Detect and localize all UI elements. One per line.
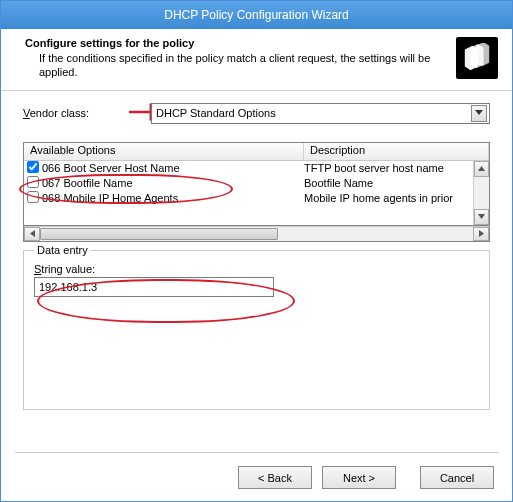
column-header-description[interactable]: Description	[304, 143, 489, 160]
scroll-thumb[interactable]	[40, 228, 278, 240]
scroll-up-button[interactable]	[474, 161, 489, 177]
option-desc: Bootfile Name	[304, 177, 489, 189]
option-name: 067 Bootfile Name	[42, 177, 304, 189]
column-header-options[interactable]: Available Options	[24, 143, 304, 160]
horizontal-scrollbar[interactable]	[23, 226, 490, 242]
header-section: Configure settings for the policy If the…	[1, 29, 512, 91]
chevron-down-icon	[475, 110, 483, 116]
scroll-right-button[interactable]	[473, 227, 489, 241]
scroll-down-button[interactable]	[474, 209, 489, 225]
divider	[15, 452, 498, 453]
options-table: Available Options Description 066 Boot S…	[23, 142, 490, 226]
table-row[interactable]: 066 Boot Server Host Name TFTP boot serv…	[24, 161, 489, 176]
string-value-input[interactable]	[34, 277, 274, 297]
table-row[interactable]: 068 Mobile IP Home Agents Mobile IP home…	[24, 191, 489, 206]
next-label: Next	[343, 472, 366, 484]
window-title: DHCP Policy Configuration Wizard	[1, 1, 512, 29]
chevron-up-icon	[478, 166, 485, 171]
wizard-buttons: < Back Next > Cancel	[238, 466, 494, 489]
header-heading: Configure settings for the policy	[25, 37, 448, 49]
chevron-left-icon	[30, 230, 35, 237]
next-button[interactable]: Next >	[322, 466, 396, 489]
string-value-label: String value:	[34, 263, 479, 275]
data-entry-legend: Data entry	[34, 244, 91, 256]
scroll-left-button[interactable]	[24, 227, 40, 241]
vendor-class-value: DHCP Standard Options	[156, 107, 471, 119]
option-checkbox[interactable]	[27, 176, 39, 188]
header-subtext: If the conditions specified in the polic…	[25, 51, 448, 80]
vendor-class-label: Vendor class:	[23, 107, 113, 119]
chevron-right-icon	[479, 230, 484, 237]
combo-dropdown-button[interactable]	[471, 105, 487, 122]
table-row[interactable]: 067 Bootfile Name Bootfile Name	[24, 176, 489, 191]
back-button[interactable]: < Back	[238, 466, 312, 489]
option-desc: TFTP boot server host name	[304, 162, 489, 174]
wizard-pages-icon	[456, 37, 498, 79]
wizard-window: DHCP Policy Configuration Wizard Configu…	[0, 0, 513, 502]
vendor-class-combo[interactable]: DHCP Standard Options	[151, 103, 490, 124]
back-label: Back	[268, 472, 292, 484]
option-name: 068 Mobile IP Home Agents	[42, 192, 304, 204]
data-entry-group: Data entry String value:	[23, 250, 490, 410]
option-desc: Mobile IP home agents in prior	[304, 192, 489, 204]
chevron-down-icon	[478, 214, 485, 219]
option-name: 066 Boot Server Host Name	[42, 162, 304, 174]
cancel-button[interactable]: Cancel	[420, 466, 494, 489]
option-checkbox[interactable]	[27, 191, 39, 203]
option-checkbox[interactable]	[27, 161, 39, 173]
vertical-scrollbar[interactable]	[473, 161, 489, 225]
